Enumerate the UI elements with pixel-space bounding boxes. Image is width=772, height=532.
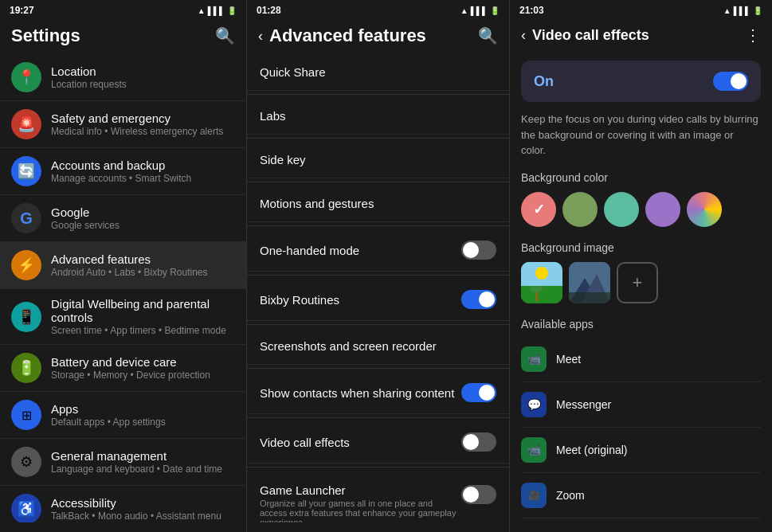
status-icons-2: ▲ ▌▌▌ 🔋 bbox=[460, 6, 500, 15]
advanced-list: Quick Share Labs Side key Motions and ge… bbox=[247, 54, 509, 522]
color-circle-1[interactable] bbox=[562, 192, 598, 227]
signal-icon-3: ▌▌▌ bbox=[734, 6, 750, 15]
status-time-1: 19:27 bbox=[10, 5, 34, 16]
vce-more-icon[interactable]: ⋮ bbox=[745, 25, 761, 45]
settings-item-location[interactable]: 📍 Location Location requests bbox=[0, 54, 246, 101]
zoom-icon: 🎥 bbox=[521, 483, 547, 508]
general-icon: ⚙ bbox=[11, 447, 41, 477]
vce-description: Keep the focus on you during video calls… bbox=[521, 111, 761, 158]
app-meet[interactable]: 📹 Meet bbox=[521, 337, 761, 382]
bixby-toggle[interactable] bbox=[461, 290, 496, 309]
adv-motions[interactable]: Motions and gestures bbox=[247, 186, 509, 222]
battery-subtitle: Storage • Memory • Device protection bbox=[51, 370, 235, 381]
labs-label: Labs bbox=[260, 109, 286, 123]
motions-label: Motions and gestures bbox=[260, 197, 374, 210]
adv-screenshots[interactable]: Screenshots and screen recorder bbox=[247, 328, 509, 365]
settings-item-apps[interactable]: ⊞ Apps Default apps • App settings bbox=[0, 392, 246, 439]
settings-list: 📍 Location Location requests 🚨 Safety an… bbox=[0, 54, 246, 522]
color-circles bbox=[521, 192, 761, 227]
adv-bixby[interactable]: Bixby Routines bbox=[247, 279, 509, 321]
bg-image-thumb-1[interactable] bbox=[569, 262, 610, 303]
search-icon-2[interactable]: 🔍 bbox=[478, 26, 498, 45]
status-bar-2: 01:28 ▲ ▌▌▌ 🔋 bbox=[247, 0, 509, 19]
adv-video-call-effects[interactable]: Video call effects bbox=[247, 421, 509, 464]
settings-item-accessibility[interactable]: ♿ Accessibility TalkBack • Mono audio • … bbox=[0, 486, 246, 522]
meet-icon: 📹 bbox=[521, 346, 547, 372]
general-subtitle: Language and keyboard • Date and time bbox=[51, 464, 235, 475]
status-time-3: 21:03 bbox=[519, 5, 544, 16]
advanced-header: ‹ Advanced features 🔍 bbox=[247, 19, 509, 54]
contacts-sharing-toggle-thumb bbox=[479, 385, 495, 401]
settings-item-general[interactable]: ⚙ General management Language and keyboa… bbox=[0, 439, 246, 486]
google-subtitle: Google services bbox=[51, 220, 235, 231]
video-call-toggle[interactable] bbox=[461, 432, 496, 452]
location-title: Location bbox=[51, 65, 235, 78]
adv-quick-share[interactable]: Quick Share bbox=[247, 54, 509, 91]
bixby-label: Bixby Routines bbox=[260, 293, 339, 307]
wifi-icon: ▲ bbox=[198, 6, 206, 15]
vce-on-row: On bbox=[521, 61, 761, 102]
signal-icon: ▌▌▌ bbox=[208, 6, 225, 15]
advanced-title: Advanced features bbox=[51, 252, 235, 266]
settings-panel: 19:27 ▲ ▌▌▌ 🔋 Settings 🔍 📍 Location Loca… bbox=[0, 0, 247, 532]
video-call-toggle-thumb bbox=[463, 434, 479, 450]
contacts-sharing-toggle[interactable] bbox=[461, 383, 496, 402]
bg-image-add-button[interactable]: + bbox=[617, 262, 658, 303]
apps-title: Apps bbox=[51, 402, 235, 416]
google-title: Google bbox=[51, 205, 235, 219]
side-key-label: Side key bbox=[260, 153, 306, 166]
settings-item-google[interactable]: G Google Google services bbox=[0, 195, 246, 242]
settings-title: Settings bbox=[11, 25, 80, 46]
color-circle-0[interactable] bbox=[521, 192, 556, 227]
vce-title: Video call effects bbox=[532, 27, 649, 44]
settings-item-wellbeing[interactable]: 📱 Digital Wellbeing and parental control… bbox=[0, 289, 246, 345]
quick-share-label: Quick Share bbox=[260, 65, 326, 79]
search-icon[interactable]: 🔍 bbox=[215, 26, 235, 45]
wifi-icon-3: ▲ bbox=[723, 6, 731, 15]
meet-original-name: Meet (original) bbox=[556, 444, 627, 456]
color-circle-2[interactable] bbox=[604, 192, 639, 227]
status-icons-1: ▲ ▌▌▌ 🔋 bbox=[198, 6, 237, 15]
apps-subtitle: Default apps • App settings bbox=[51, 417, 235, 428]
battery-icon: 🔋 bbox=[227, 6, 237, 15]
color-circle-3[interactable] bbox=[645, 192, 680, 227]
safety-subtitle: Medical info • Wireless emergency alerts bbox=[51, 126, 235, 137]
app-meet-original[interactable]: 📹 Meet (original) bbox=[521, 428, 761, 473]
advanced-features-panel: 01:28 ▲ ▌▌▌ 🔋 ‹ Advanced features 🔍 Quic… bbox=[247, 0, 510, 532]
game-launcher-label: Game Launcher bbox=[260, 483, 461, 497]
vce-on-toggle-thumb bbox=[731, 73, 747, 89]
vce-header: ‹ Video call effects ⋮ bbox=[510, 19, 772, 53]
settings-item-safety[interactable]: 🚨 Safety and emergency Medical info • Wi… bbox=[0, 101, 246, 148]
settings-item-advanced[interactable]: ⚡ Advanced features Android Auto • Labs … bbox=[0, 242, 246, 289]
safety-icon: 🚨 bbox=[11, 109, 41, 139]
zoom-name: Zoom bbox=[556, 489, 585, 502]
adv-side-key[interactable]: Side key bbox=[247, 142, 509, 178]
bg-image-thumb-0[interactable] bbox=[521, 262, 562, 303]
back-button[interactable]: ‹ bbox=[258, 28, 263, 45]
adv-labs[interactable]: Labs bbox=[247, 98, 509, 135]
adv-contacts-sharing[interactable]: Show contacts when sharing content bbox=[247, 372, 509, 414]
advanced-title: Advanced features bbox=[269, 25, 426, 46]
vce-on-label: On bbox=[534, 73, 554, 90]
app-messenger[interactable]: 💬 Messenger bbox=[521, 382, 761, 428]
accounts-subtitle: Manage accounts • Smart Switch bbox=[51, 173, 235, 184]
status-time-2: 01:28 bbox=[257, 5, 281, 16]
status-icons-3: ▲ ▌▌▌ 🔋 bbox=[723, 6, 762, 15]
color-circle-4[interactable] bbox=[687, 192, 722, 227]
adv-game-launcher[interactable]: Game Launcher Organize all your games al… bbox=[247, 471, 509, 522]
app-whatsapp[interactable]: 💚 WhatsApp bbox=[521, 518, 761, 522]
one-handed-toggle[interactable] bbox=[461, 241, 496, 260]
wellbeing-icon: 📱 bbox=[11, 302, 41, 332]
svg-point-4 bbox=[531, 286, 543, 292]
messenger-icon: 💬 bbox=[521, 392, 547, 417]
vce-on-toggle[interactable] bbox=[713, 72, 748, 91]
google-icon: G bbox=[11, 203, 41, 233]
adv-one-handed[interactable]: One-handed mode bbox=[247, 229, 509, 272]
app-zoom[interactable]: 🎥 Zoom bbox=[521, 473, 761, 518]
game-launcher-toggle[interactable] bbox=[461, 485, 496, 504]
vce-back-button[interactable]: ‹ bbox=[521, 27, 526, 44]
status-bar-3: 21:03 ▲ ▌▌▌ 🔋 bbox=[510, 0, 772, 19]
settings-item-battery[interactable]: 🔋 Battery and device care Storage • Memo… bbox=[0, 345, 246, 392]
settings-item-accounts[interactable]: 🔄 Accounts and backup Manage accounts • … bbox=[0, 148, 246, 195]
apps-icon: ⊞ bbox=[11, 400, 41, 430]
